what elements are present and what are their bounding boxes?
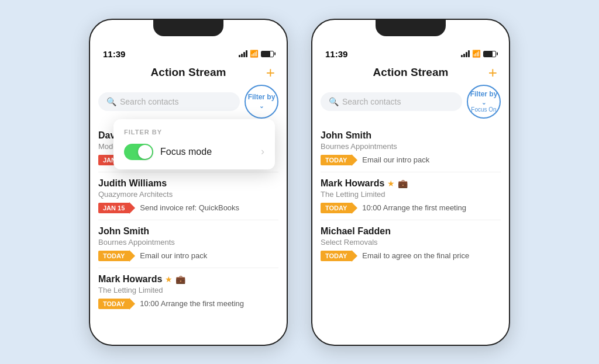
contact-item-john-right[interactable]: John Smith Bournes Appointments TODAY Em… [321,124,501,172]
status-icons-left: 📶 [239,50,274,58]
task-badge-judith: JAN 15 [98,203,129,213]
search-placeholder-left: Search contacts [120,97,178,106]
signal-icon-right [461,50,470,57]
phones-container: 11:39 📶 Action Stream + [77,7,522,358]
status-icons-right: 📶 [461,50,496,58]
task-arrow-john-right [352,154,357,166]
contact-item-michael[interactable]: Michael Fadden Select Removals TODAY Ema… [321,220,501,268]
task-badge-mark-left: TODAY [98,299,129,309]
task-arrow-john-left [129,250,135,262]
contact-company-michael: Select Removals [321,238,501,247]
status-bar-right: 11:39 📶 [312,41,509,64]
task-text-michael: Email to agree on the final price [362,251,469,260]
chevron-right-icon[interactable]: › [261,145,264,158]
notch-left [153,20,223,36]
contact-item-judith[interactable]: Judith Williams Quazymore Architects JAN… [98,172,278,220]
contact-item-mark-left[interactable]: Mark Howards ★ 💼 The Letting Limited TOD… [98,268,278,316]
contact-name-michael: Michael Fadden [321,226,391,237]
search-icon-left: 🔍 [106,97,116,106]
task-badge-john-right: TODAY [321,155,352,165]
status-bar-left: 11:39 📶 [90,41,287,64]
contact-company-mark-left: The Letting Limited [98,286,278,294]
contact-name-john-right: John Smith [321,130,371,141]
contact-name-mark-right: Mark Howards [321,178,384,189]
filter-button-left[interactable]: Filter by ⌄ [245,85,278,119]
task-badge-john-left: TODAY [98,251,129,261]
star-icon-mark-right: ★ [387,179,395,188]
status-time-right: 11:39 [325,49,347,59]
contact-company-judith: Quazymore Architects [98,190,278,199]
app-title-left: Action Stream [151,66,226,79]
task-row-mark-left: TODAY 10:00 Arrange the first meeting [98,298,278,310]
task-row-john-right: TODAY Email our intro pack [321,154,501,166]
bag-icon-mark-right: 💼 [398,179,408,188]
app-header-right: Action Stream + [312,64,509,85]
search-icon-right: 🔍 [329,97,339,106]
add-button-right[interactable]: + [488,65,497,80]
search-placeholder-right: Search contacts [342,97,401,106]
task-text-mark-right: 10:00 Arrange the first meeting [362,203,466,212]
battery-icon-right [483,51,496,57]
task-text-john-right: Email our intro pack [362,155,429,164]
bag-icon-mark-left: 💼 [175,275,185,284]
task-arrow-mark-left [129,298,135,310]
filter-btn-label-left: Filter by ⌄ [246,93,277,110]
add-button-left[interactable]: + [266,65,275,80]
search-bar-right: 🔍 Search contacts Filter by ⌄ Focus On [321,85,501,119]
contact-item-mark-right[interactable]: Mark Howards ★ 💼 The Letting Limited TOD… [321,172,501,220]
task-text-judith: Send invoice ref: QuickBooks [140,203,239,212]
notch-right [376,20,446,36]
contact-item-john-left[interactable]: John Smith Bournes Appointments TODAY Em… [98,220,278,268]
task-badge-mark-right: TODAY [321,203,352,213]
filter-popup: FILTER BY Focus mode › [113,119,275,169]
contact-name-mark-left: Mark Howards [98,274,162,285]
filter-popup-row: Focus mode › [124,144,264,160]
wifi-icon-right: 📶 [472,50,481,58]
task-arrow-judith [129,202,135,214]
task-row-michael: TODAY Email to agree on the final price [321,250,501,262]
task-row-judith: JAN 15 Send invoice ref: QuickBooks [98,202,278,214]
star-icon-mark-left: ★ [165,275,173,284]
signal-icon-left [239,50,247,57]
search-bar-left: 🔍 Search contacts Filter by ⌄ [98,85,278,119]
filter-popup-left: Focus mode [124,144,212,160]
task-arrow-mark-right [352,202,357,214]
phone-left: 11:39 📶 Action Stream + [89,19,288,346]
contact-name-judith: Judith Williams [98,178,167,189]
task-row-john-left: TODAY Email our intro pack [98,250,278,262]
contact-company-john-right: Bournes Appointments [321,142,501,151]
contact-company-john-left: Bournes Appointments [98,238,278,247]
contact-name-john-left: John Smith [98,226,149,237]
filter-popup-title: FILTER BY [124,129,264,136]
task-row-mark-right: TODAY 10:00 Arrange the first meeting [321,202,501,214]
focus-mode-label: Focus mode [160,147,212,157]
search-input-left[interactable]: 🔍 Search contacts [98,92,240,111]
app-header-left: Action Stream + [90,64,287,85]
task-arrow-michael [352,250,357,262]
task-text-mark-left: 10:00 Arrange the first meeting [140,299,244,308]
task-text-john-left: Email our intro pack [140,251,207,260]
task-badge-michael: TODAY [321,251,352,261]
filter-btn-label-right: Filter by ⌄ [468,90,500,107]
status-time-left: 11:39 [103,49,125,59]
filter-btn-sub-right: Focus On [471,106,496,113]
contact-company-mark-right: The Letting Limited [321,190,501,199]
toggle-knob [138,145,152,159]
wifi-icon-left: 📶 [250,50,259,58]
focus-mode-toggle[interactable] [124,144,153,160]
search-input-right[interactable]: 🔍 Search contacts [321,92,462,111]
battery-icon-left [261,51,274,57]
filter-button-right[interactable]: Filter by ⌄ Focus On [467,85,501,119]
contacts-list-right: John Smith Bournes Appointments TODAY Em… [312,124,509,345]
app-title-right: Action Stream [373,66,449,79]
phone-right: 11:39 📶 Action Stream + [311,19,510,346]
